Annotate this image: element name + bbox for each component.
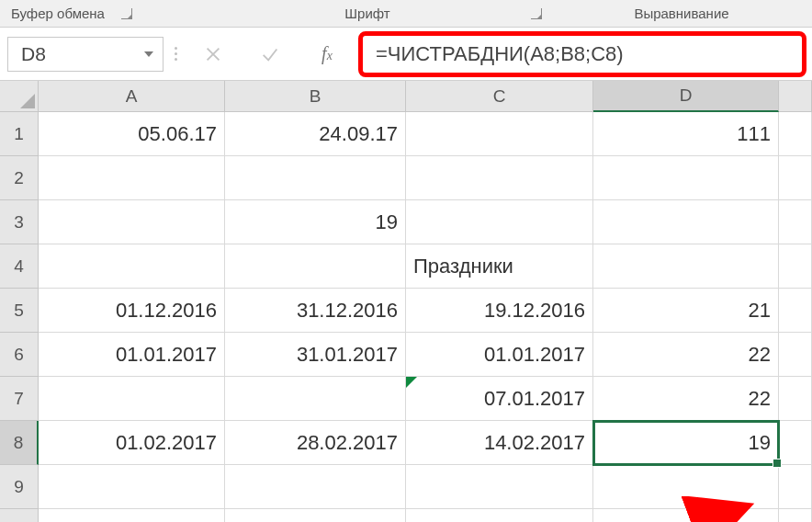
col-header-b[interactable]: B bbox=[225, 81, 406, 112]
cell[interactable] bbox=[779, 377, 812, 421]
cell[interactable]: 01.01.2017 bbox=[39, 333, 225, 377]
ribbon-label-clipboard: Буфер обмена bbox=[11, 6, 105, 21]
cancel-formula-button[interactable] bbox=[187, 37, 239, 71]
row-1: 1 05.06.17 24.09.17 111 bbox=[0, 112, 812, 156]
cell-selected[interactable]: 19 bbox=[593, 421, 779, 465]
formula-input[interactable]: =ЧИСТРАБДНИ(A8;B8;C8) bbox=[358, 31, 806, 77]
enter-formula-button[interactable] bbox=[244, 37, 296, 71]
row-7: 7 07.01.2017 22 bbox=[0, 377, 812, 421]
cell[interactable] bbox=[39, 509, 225, 522]
ribbon-group-alignment: Выравнивание bbox=[551, 0, 812, 27]
cell[interactable]: 05.06.17 bbox=[39, 112, 225, 156]
row-3: 3 19 bbox=[0, 200, 812, 244]
row-header[interactable]: 5 bbox=[0, 289, 39, 333]
row-header[interactable]: 4 bbox=[0, 244, 39, 289]
cell[interactable]: 24.09.17 bbox=[225, 112, 406, 156]
cell[interactable]: 22 bbox=[593, 377, 779, 421]
cell[interactable] bbox=[593, 465, 779, 509]
row-header[interactable]: 9 bbox=[0, 465, 39, 509]
cell[interactable] bbox=[225, 377, 406, 421]
cell[interactable] bbox=[779, 244, 812, 289]
formula-bar: D8 fx =ЧИСТРАБДНИ(A8;B8;C8) bbox=[0, 28, 812, 81]
cell[interactable]: 07.01.2017 bbox=[406, 377, 593, 421]
cell[interactable] bbox=[39, 244, 225, 289]
name-box[interactable]: D8 bbox=[7, 37, 164, 72]
select-all-corner[interactable] bbox=[0, 81, 39, 112]
cell[interactable] bbox=[39, 156, 225, 200]
row-8: 8 01.02.2017 28.02.2017 14.02.2017 19 bbox=[0, 421, 812, 465]
row-10 bbox=[0, 509, 812, 522]
cell[interactable] bbox=[406, 156, 593, 200]
cell[interactable]: 01.01.2017 bbox=[406, 333, 593, 377]
cell[interactable] bbox=[406, 200, 593, 244]
row-header[interactable]: 2 bbox=[0, 156, 39, 200]
fx-icon: fx bbox=[321, 43, 333, 64]
cell[interactable]: 19 bbox=[225, 200, 406, 244]
dialog-launcher-icon[interactable] bbox=[531, 8, 542, 19]
cell[interactable]: 21 bbox=[593, 289, 779, 333]
row-header[interactable]: 3 bbox=[0, 200, 39, 244]
cell[interactable]: 14.02.2017 bbox=[406, 421, 593, 465]
ribbon-label-alignment: Выравнивание bbox=[634, 6, 728, 21]
cell[interactable] bbox=[779, 333, 812, 377]
ribbon-group-clipboard: Буфер обмена bbox=[0, 0, 184, 27]
ribbon-group-font: Шрифт bbox=[184, 0, 551, 27]
cell[interactable] bbox=[779, 200, 812, 244]
col-header-a[interactable]: A bbox=[39, 81, 225, 112]
cell[interactable] bbox=[225, 465, 406, 509]
cell[interactable]: 22 bbox=[593, 333, 779, 377]
row-header[interactable]: 8 bbox=[0, 421, 39, 465]
row-header[interactable]: 1 bbox=[0, 112, 39, 156]
row-header[interactable] bbox=[0, 509, 39, 522]
cell[interactable]: 19.12.2016 bbox=[406, 289, 593, 333]
cell[interactable] bbox=[779, 289, 812, 333]
ribbon-group-labels: Буфер обмена Шрифт Выравнивание bbox=[0, 0, 812, 28]
formula-text: =ЧИСТРАБДНИ(A8;B8;C8) bbox=[376, 42, 624, 66]
cell[interactable] bbox=[779, 156, 812, 200]
row-6: 6 01.01.2017 31.01.2017 01.01.2017 22 bbox=[0, 333, 812, 377]
cell[interactable] bbox=[593, 244, 779, 289]
cell[interactable]: 111 bbox=[593, 112, 779, 156]
row-4: 4 Праздники bbox=[0, 244, 812, 289]
cell[interactable] bbox=[406, 509, 593, 522]
cell[interactable] bbox=[779, 112, 812, 156]
spreadsheet-grid: A B C D 1 05.06.17 24.09.17 111 2 3 19 bbox=[0, 81, 812, 522]
cell[interactable] bbox=[593, 156, 779, 200]
row-5: 5 01.12.2016 31.12.2016 19.12.2016 21 bbox=[0, 289, 812, 333]
cell[interactable] bbox=[406, 465, 593, 509]
cell[interactable] bbox=[39, 465, 225, 509]
cell[interactable] bbox=[39, 377, 225, 421]
cell[interactable] bbox=[406, 112, 593, 156]
chevron-down-icon[interactable] bbox=[144, 51, 153, 57]
cell[interactable]: 31.12.2016 bbox=[225, 289, 406, 333]
cell[interactable] bbox=[593, 509, 779, 522]
ribbon-label-font: Шрифт bbox=[344, 6, 389, 21]
cell[interactable]: 01.02.2017 bbox=[39, 421, 225, 465]
cell[interactable] bbox=[779, 421, 812, 465]
cell[interactable]: 01.12.2016 bbox=[39, 289, 225, 333]
insert-function-button[interactable]: fx bbox=[301, 37, 353, 71]
row-header[interactable]: 6 bbox=[0, 333, 39, 377]
cell[interactable]: 31.01.2017 bbox=[225, 333, 406, 377]
cell[interactable] bbox=[225, 156, 406, 200]
grid-rows: 1 05.06.17 24.09.17 111 2 3 19 4 bbox=[0, 112, 812, 522]
dialog-launcher-icon[interactable] bbox=[121, 8, 132, 19]
cell[interactable] bbox=[779, 509, 812, 522]
column-headers: A B C D bbox=[0, 81, 812, 112]
cell[interactable] bbox=[779, 465, 812, 509]
col-header-d[interactable]: D bbox=[593, 81, 779, 112]
cell[interactable] bbox=[593, 200, 779, 244]
row-9: 9 bbox=[0, 465, 812, 509]
row-header[interactable]: 7 bbox=[0, 377, 39, 421]
cell[interactable]: Праздники bbox=[406, 244, 593, 289]
col-header-c[interactable]: C bbox=[406, 81, 593, 112]
cell[interactable] bbox=[39, 200, 225, 244]
cell[interactable]: 28.02.2017 bbox=[225, 421, 406, 465]
name-box-value: D8 bbox=[21, 43, 46, 65]
cell[interactable] bbox=[225, 244, 406, 289]
col-header-e[interactable] bbox=[779, 81, 812, 112]
row-2: 2 bbox=[0, 156, 812, 200]
divider bbox=[169, 37, 182, 71]
cell[interactable] bbox=[225, 509, 406, 522]
